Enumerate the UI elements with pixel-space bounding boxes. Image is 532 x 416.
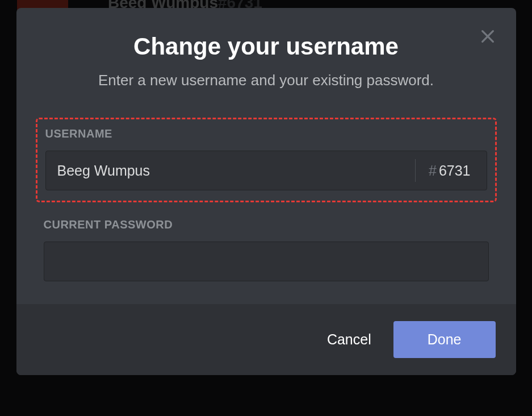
done-button[interactable]: Done: [393, 321, 496, 358]
username-field-highlight: USERNAME # 6731: [36, 118, 497, 202]
close-icon: [479, 27, 497, 45]
modal-subtitle: Enter a new username and your existing p…: [36, 72, 497, 89]
modal-overlay: Change your username Enter a new usernam…: [0, 0, 532, 416]
username-input-container: # 6731: [45, 151, 487, 190]
username-label: USERNAME: [45, 127, 487, 140]
close-button[interactable]: [476, 25, 499, 48]
discriminator-section: # 6731: [415, 151, 487, 190]
cancel-button[interactable]: Cancel: [325, 327, 374, 352]
modal-footer: Cancel Done: [16, 304, 516, 375]
modal-title: Change your username: [36, 33, 497, 60]
password-input[interactable]: [44, 242, 489, 281]
discriminator-value: 6731: [439, 163, 471, 179]
change-username-modal: Change your username Enter a new usernam…: [16, 8, 516, 375]
modal-content: Change your username Enter a new usernam…: [16, 8, 516, 304]
username-input[interactable]: [46, 151, 415, 190]
hash-symbol: #: [429, 163, 437, 179]
password-section: CURRENT PASSWORD: [36, 218, 497, 281]
password-label: CURRENT PASSWORD: [44, 218, 489, 231]
